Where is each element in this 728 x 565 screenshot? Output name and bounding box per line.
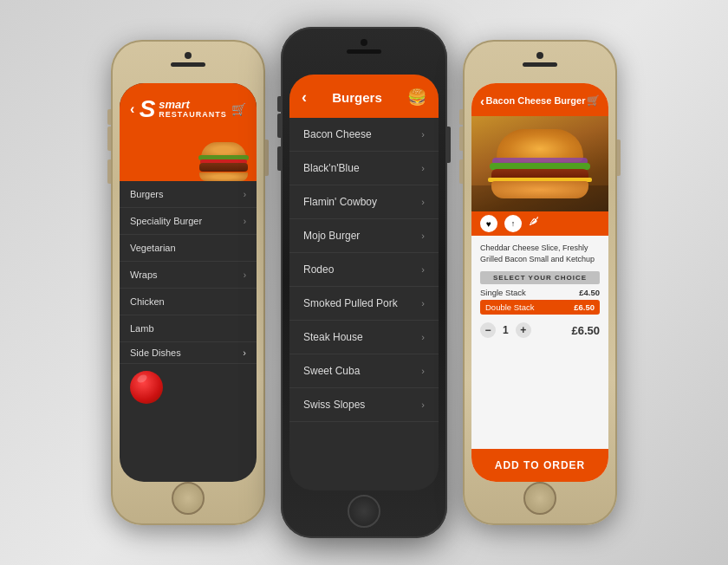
back-arrow-middle[interactable]: ‹	[302, 88, 307, 107]
option-double-stack[interactable]: Double Stack £6.50	[480, 300, 600, 315]
chevron-steak-house: ›	[421, 332, 425, 342]
phone-top-bar-middle	[347, 39, 381, 54]
burger-item-flamin-cowboy[interactable]: Flamin' Cowboy ›	[289, 185, 439, 219]
chevron-bacon-cheese: ›	[421, 129, 425, 140]
quantity-value: 1	[503, 324, 509, 336]
detail-actions-bar: ♥ ↑ 🌶	[471, 211, 608, 236]
item-description: Cheddar Cheese Slice, Freshly Grilled Ba…	[480, 243, 600, 264]
burger-item-sweet-cuba[interactable]: Sweet Cuba ›	[289, 354, 439, 388]
total-price: £6.50	[571, 324, 600, 337]
quantity-row: − 1 + £6.50	[480, 317, 600, 341]
burger-hero-image	[120, 133, 257, 181]
cart-icon-right[interactable]: 🛒	[587, 94, 600, 107]
vol-down-right	[459, 159, 463, 184]
burger-item-bacon-cheese[interactable]: Bacon Cheese ›	[289, 118, 439, 152]
menu-list: Burgers › Speciality Burger › Vegetarian…	[120, 181, 257, 482]
big-burger-illustration	[488, 129, 592, 198]
chevron-sweet-cuba: ›	[421, 366, 425, 376]
speaker-middle	[347, 49, 381, 54]
food-image	[130, 371, 163, 404]
single-stack-label: Single Stack	[480, 288, 526, 297]
logo-smart: smart	[159, 99, 226, 111]
power-btn-middle	[447, 127, 451, 163]
phone-left: ‹ S smart RESTAURANTS 🛒	[111, 40, 265, 525]
mute-btn-middle	[277, 96, 281, 112]
detail-body: Cheddar Cheese Slice, Freshly Grilled Ba…	[471, 236, 608, 449]
burger-item-blacknblue[interactable]: Black'n'Blue ›	[289, 152, 439, 185]
chevron-speciality: ›	[244, 217, 246, 226]
back-arrow-right[interactable]: ‹	[480, 94, 484, 108]
select-choice-label: SELECT YOUR CHOICE	[480, 271, 600, 284]
screen-right: ‹ Bacon Cheese Burger 🛒	[471, 83, 608, 482]
chevron-side-dishes: ›	[243, 347, 246, 358]
app-screen-right: ‹ Bacon Cheese Burger 🛒	[471, 83, 608, 482]
menu-item-burgers[interactable]: Burgers ›	[120, 181, 257, 208]
vol-up-right	[459, 127, 463, 151]
cart-icon-left[interactable]: 🛒	[231, 102, 246, 116]
power-btn-right	[617, 140, 621, 176]
logo-restaurants: RESTAURANTS	[159, 111, 226, 120]
middle-header: ‹ Burgers 🍔	[289, 75, 439, 118]
phone-right: ‹ Bacon Cheese Burger 🛒	[463, 40, 617, 525]
cart-icon-middle[interactable]: 🍔	[407, 88, 426, 107]
fire-icon: 🌶	[529, 215, 539, 232]
logo-s: S	[140, 95, 156, 123]
app-screen-middle: ‹ Burgers 🍔 Bacon Cheese › Black'n'Blue …	[289, 75, 439, 490]
right-header: ‹ Bacon Cheese Burger 🛒	[471, 83, 608, 116]
vol-up-left	[107, 127, 111, 151]
power-btn-left	[265, 140, 269, 176]
screen-left: ‹ S smart RESTAURANTS 🛒	[120, 83, 257, 482]
vol-down-left	[107, 159, 111, 184]
chevron-mojo: ›	[421, 231, 425, 241]
phone-middle: ‹ Burgers 🍔 Bacon Cheese › Black'n'Blue …	[281, 27, 447, 538]
food-image-row	[120, 364, 257, 411]
vol-down-middle	[277, 146, 281, 171]
burger-illustration-left	[198, 142, 250, 181]
chevron-wraps: ›	[244, 270, 246, 280]
screen-middle: ‹ Burgers 🍔 Bacon Cheese › Black'n'Blue …	[289, 75, 439, 490]
burger-item-mojo[interactable]: Mojo Burger ›	[289, 219, 439, 253]
option-single-stack[interactable]: Single Stack £4.50	[480, 288, 600, 297]
menu-item-vegetarian[interactable]: Vegetarian	[120, 235, 257, 262]
burger-item-steak-house[interactable]: Steak House ›	[289, 321, 439, 354]
add-to-order-button[interactable]: ADD TO ORDER	[471, 449, 608, 482]
menu-item-speciality[interactable]: Speciality Burger ›	[120, 208, 257, 235]
share-button[interactable]: ↑	[504, 215, 522, 232]
quantity-decrease-button[interactable]: −	[480, 322, 496, 338]
burger-item-swiss-slopes[interactable]: Swiss Slopes ›	[289, 388, 439, 422]
home-button-right[interactable]	[523, 482, 556, 515]
mute-btn-right	[459, 109, 463, 125]
speaker-left	[171, 62, 205, 67]
quantity-controls: − 1 +	[480, 322, 531, 338]
speaker-right	[523, 62, 557, 67]
burger-item-smoked-pork[interactable]: Smoked Pulled Pork ›	[289, 287, 439, 321]
mute-btn-left	[107, 109, 111, 125]
chevron-swiss-slopes: ›	[421, 399, 425, 410]
scene: ‹ S smart RESTAURANTS 🛒	[0, 0, 728, 565]
left-header: ‹ S smart RESTAURANTS 🛒	[120, 83, 257, 133]
favorite-button[interactable]: ♥	[480, 215, 497, 232]
camera-middle	[361, 39, 367, 46]
home-button-middle[interactable]	[348, 495, 380, 528]
burger-item-rodeo[interactable]: Rodeo ›	[289, 253, 439, 287]
burger-visual	[471, 116, 608, 211]
menu-item-wraps[interactable]: Wraps ›	[120, 262, 257, 289]
camera-right	[536, 52, 543, 59]
menu-item-chicken[interactable]: Chicken	[120, 289, 257, 315]
menu-item-lamb[interactable]: Lamb	[120, 315, 257, 342]
quantity-increase-button[interactable]: +	[516, 322, 531, 338]
back-arrow-left[interactable]: ‹	[130, 101, 134, 117]
vol-up-middle	[277, 114, 281, 138]
chevron-blacknblue: ›	[421, 163, 425, 173]
chevron-flamin-cowboy: ›	[421, 197, 425, 207]
chevron-rodeo: ›	[421, 264, 425, 275]
burger-list-title: Burgers	[332, 90, 382, 105]
menu-item-side-dishes[interactable]: Side Dishes ›	[120, 342, 257, 364]
camera-left	[185, 52, 192, 59]
item-title: Bacon Cheese Burger	[486, 95, 586, 106]
chevron-burgers: ›	[244, 190, 246, 199]
burger-list: Bacon Cheese › Black'n'Blue › Flamin' Co…	[289, 118, 439, 490]
double-stack-label: Double Stack	[485, 302, 535, 312]
phone-top-bar-left	[171, 52, 205, 67]
home-button-left[interactable]	[172, 482, 205, 515]
